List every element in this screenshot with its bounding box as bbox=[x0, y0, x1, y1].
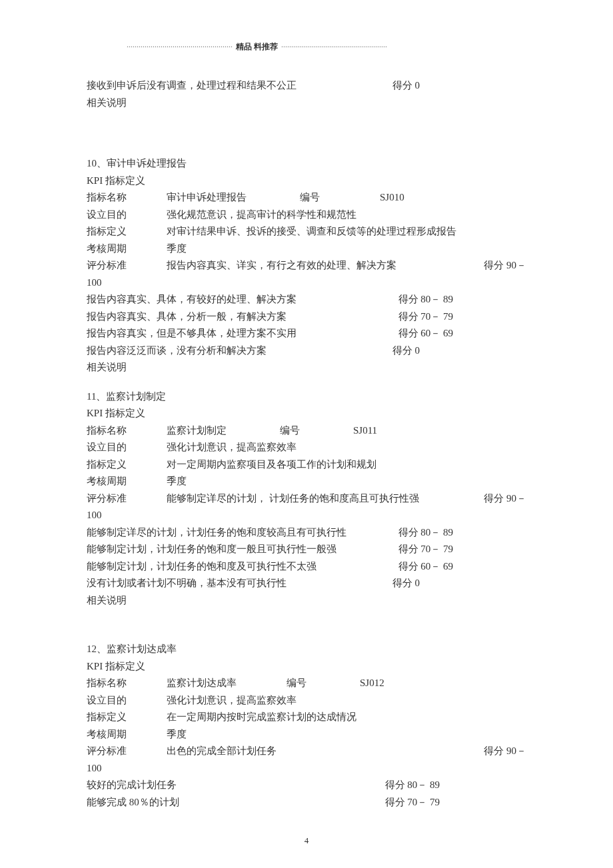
header-label: 精品 料推荐 bbox=[236, 42, 278, 51]
sec11-cycle-row: 考核周期 季度 bbox=[87, 473, 526, 490]
sec10-row-0-score: 得分 80－ 89 bbox=[398, 291, 527, 308]
sec10-row-1-desc: 报告内容真实、具体，分析一般，有解决方案 bbox=[87, 308, 287, 326]
sec11-row-0-score: 得分 80－ 89 bbox=[398, 524, 527, 542]
sec10-name-label: 指标名称 bbox=[87, 189, 167, 207]
sec12-def-row: 指标定义 在一定周期内按时完成监察计划的达成情况 bbox=[87, 709, 526, 726]
sec12-purpose-label: 设立目的 bbox=[87, 692, 167, 709]
sec10-cycle-value: 季度 bbox=[167, 240, 187, 258]
sec10-def-row: 指标定义 对审计结果申诉、投诉的接受、调查和反馈等的处理过程形成报告 bbox=[87, 223, 526, 240]
sec11-row-2: 能够制定计划，计划任务的饱和度及可执行性不太强 得分 60－ 69 bbox=[87, 558, 526, 576]
sec12-cycle-row: 考核周期 季度 bbox=[87, 726, 526, 743]
section-10-title: 10、审计申诉处理报告 bbox=[87, 155, 526, 173]
sec11-row-3: 没有计划或者计划不明确，基本没有可执行性 得分 0 bbox=[87, 575, 526, 592]
sec12-code-value: SJ012 bbox=[360, 675, 526, 692]
sec11-code-value: SJ011 bbox=[353, 422, 526, 440]
section-11-kpi: KPI 指标定义 bbox=[87, 405, 526, 422]
sec12-name-label: 指标名称 bbox=[87, 675, 167, 692]
sec11-def-label: 指标定义 bbox=[87, 456, 167, 474]
sec11-name-row: 指标名称 监察计划制定 编号 SJ011 bbox=[87, 422, 526, 440]
document-header: ········································… bbox=[127, 40, 526, 53]
sec11-std-label: 评分标准 bbox=[87, 490, 167, 508]
sec11-row-1-score: 得分 70－ 79 bbox=[398, 541, 527, 558]
sec11-row-1-desc: 能够制定计划，计划任务的饱和度一般且可执行性一般强 bbox=[87, 541, 336, 558]
sec11-note: 相关说明 bbox=[87, 592, 526, 610]
header-dots-right: ········································… bbox=[281, 42, 387, 51]
sec10-row-1: 报告内容真实、具体，分析一般，有解决方案 得分 70－ 79 bbox=[87, 308, 526, 326]
sec12-std-row: 评分标准 出色的完成全部计划任务 得分 90－ bbox=[87, 743, 526, 760]
sec12-name-row: 指标名称 监察计划达成率 编号 SJ012 bbox=[87, 675, 526, 692]
sec11-name-value: 监察计划制定 bbox=[167, 422, 280, 440]
sec11-row-1: 能够制定计划，计划任务的饱和度一般且可执行性一般强 得分 70－ 79 bbox=[87, 541, 526, 558]
sec10-note: 相关说明 bbox=[87, 359, 526, 376]
sec12-def-label: 指标定义 bbox=[87, 709, 167, 726]
sec12-std-label: 评分标准 bbox=[87, 743, 167, 760]
intro-score-row: 接收到申诉后没有调查，处理过程和结果不公正 得分 0 bbox=[87, 77, 526, 95]
sec11-purpose-label: 设立目的 bbox=[87, 439, 167, 456]
sec10-purpose-row: 设立目的 强化规范意识，提高审计的科学性和规范性 bbox=[87, 207, 526, 224]
section-11-title: 11、监察计划制定 bbox=[87, 388, 526, 406]
sec12-purpose-value: 强化计划意识，提高监察效率 bbox=[167, 692, 297, 709]
header-dots-left: ········································… bbox=[127, 42, 233, 51]
sec11-row-2-desc: 能够制定计划，计划任务的饱和度及可执行性不太强 bbox=[87, 558, 316, 576]
sec11-std-row: 评分标准 能够制定详尽的计划， 计划任务的饱和度高且可执行性强 得分 90－ bbox=[87, 490, 526, 508]
sec10-std-score: 得分 90－ bbox=[484, 257, 526, 274]
sec12-row-0: 较好的完成计划任务 得分 80－ 89 bbox=[87, 777, 526, 794]
sec11-std-score: 得分 90－ bbox=[484, 490, 526, 508]
sec11-row-3-desc: 没有计划或者计划不明确，基本没有可执行性 bbox=[87, 575, 287, 592]
section-12-title: 12、监察计划达成率 bbox=[87, 641, 526, 658]
sec10-row-2-desc: 报告内容真实，但是不够具体，处理方案不实用 bbox=[87, 325, 297, 342]
sec10-cycle-label: 考核周期 bbox=[87, 240, 167, 258]
intro-desc: 接收到申诉后没有调查，处理过程和结果不公正 bbox=[87, 77, 297, 95]
section-10-kpi: KPI 指标定义 bbox=[87, 173, 526, 190]
sec12-row-0-score: 得分 80－ 89 bbox=[385, 777, 527, 794]
sec12-row-1-desc: 能够完成 80％的计划 bbox=[87, 794, 179, 811]
sec10-row-3-desc: 报告内容泛泛而谈，没有分析和解决方案 bbox=[87, 342, 267, 360]
sec10-row-2: 报告内容真实，但是不够具体，处理方案不实用 得分 60－ 69 bbox=[87, 325, 526, 342]
sec10-purpose-value: 强化规范意识，提高审计的科学性和规范性 bbox=[167, 207, 356, 224]
sec11-cycle-value: 季度 bbox=[167, 473, 187, 490]
page-number: 4 bbox=[0, 833, 613, 848]
sec10-def-label: 指标定义 bbox=[87, 223, 167, 240]
document-body: 接收到申诉后没有调查，处理过程和结果不公正 得分 0 相关说明 10、审计申诉处… bbox=[87, 77, 526, 811]
sec11-purpose-value: 强化计划意识，提高监察效率 bbox=[167, 439, 297, 456]
sec12-cycle-label: 考核周期 bbox=[87, 726, 167, 743]
sec12-std-value: 出色的完成全部计划任务 bbox=[167, 743, 484, 760]
sec10-name-row: 指标名称 审计申诉处理报告 编号 SJ010 bbox=[87, 189, 526, 207]
sec10-cycle-row: 考核周期 季度 bbox=[87, 240, 526, 258]
sec12-row-0-desc: 较好的完成计划任务 bbox=[87, 777, 177, 794]
sec12-purpose-row: 设立目的 强化计划意识，提高监察效率 bbox=[87, 692, 526, 709]
sec10-name-value: 审计申诉处理报告 bbox=[167, 189, 300, 207]
sec11-def-row: 指标定义 对一定周期内监察项目及各项工作的计划和规划 bbox=[87, 456, 526, 474]
sec10-std-value: 报告内容真实、详实，有行之有效的处理、解决方案 bbox=[167, 257, 484, 274]
sec10-row-2-score: 得分 60－ 69 bbox=[398, 325, 527, 342]
sec10-def-value: 对审计结果申诉、投诉的接受、调查和反馈等的处理过程形成报告 bbox=[167, 223, 456, 240]
sec11-row-3-score: 得分 0 bbox=[392, 575, 526, 592]
sec12-name-value: 监察计划达成率 bbox=[167, 675, 287, 692]
document-page: ········································… bbox=[0, 0, 613, 868]
sec12-std-score: 得分 90－ bbox=[484, 743, 526, 760]
sec11-code-label: 编号 bbox=[280, 422, 353, 440]
intro-score: 得分 0 bbox=[392, 77, 526, 95]
sec11-hundred: 100 bbox=[87, 507, 526, 524]
sec12-def-value: 在一定周期内按时完成监察计划的达成情况 bbox=[167, 709, 356, 726]
sec10-code-label: 编号 bbox=[300, 189, 380, 207]
sec11-row-2-score: 得分 60－ 69 bbox=[398, 558, 527, 576]
sec11-purpose-row: 设立目的 强化计划意识，提高监察效率 bbox=[87, 439, 526, 456]
sec10-purpose-label: 设立目的 bbox=[87, 207, 167, 224]
sec10-std-label: 评分标准 bbox=[87, 257, 167, 274]
sec11-row-0: 能够制定详尽的计划，计划任务的饱和度较高且有可执行性 得分 80－ 89 bbox=[87, 524, 526, 542]
section-12-kpi: KPI 指标定义 bbox=[87, 658, 526, 675]
sec10-code-value: SJ010 bbox=[380, 189, 526, 207]
sec12-row-1: 能够完成 80％的计划 得分 70－ 79 bbox=[87, 794, 526, 811]
sec10-std-row: 评分标准 报告内容真实、详实，有行之有效的处理、解决方案 得分 90－ bbox=[87, 257, 526, 274]
sec11-std-value: 能够制定详尽的计划， 计划任务的饱和度高且可执行性强 bbox=[167, 490, 484, 508]
sec10-row-3-score: 得分 0 bbox=[392, 342, 526, 360]
sec10-hundred: 100 bbox=[87, 274, 526, 292]
sec11-def-value: 对一定周期内监察项目及各项工作的计划和规划 bbox=[167, 456, 376, 474]
sec10-row-0-desc: 报告内容真实、具体，有较好的处理、解决方案 bbox=[87, 291, 297, 308]
sec12-cycle-value: 季度 bbox=[167, 726, 187, 743]
sec11-cycle-label: 考核周期 bbox=[87, 473, 167, 490]
sec10-row-3: 报告内容泛泛而谈，没有分析和解决方案 得分 0 bbox=[87, 342, 526, 360]
sec10-row-0: 报告内容真实、具体，有较好的处理、解决方案 得分 80－ 89 bbox=[87, 291, 526, 308]
intro-note: 相关说明 bbox=[87, 95, 526, 112]
